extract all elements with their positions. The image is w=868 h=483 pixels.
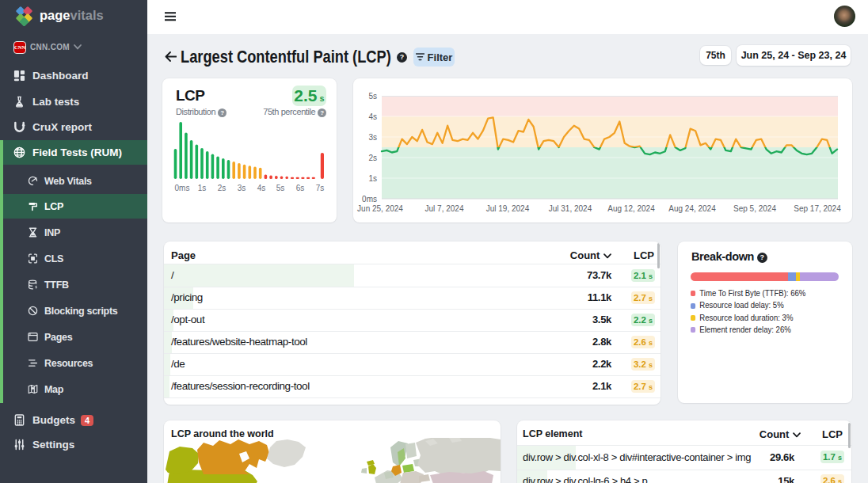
svg-text:Aug 12, 2024: Aug 12, 2024: [607, 204, 655, 213]
svg-text:4s: 4s: [368, 112, 377, 121]
svg-text:Jul 7, 2024: Jul 7, 2024: [425, 204, 464, 213]
svg-text:0ms: 0ms: [362, 195, 377, 203]
svg-text:1s: 1s: [198, 184, 207, 192]
svg-text:Jul 31, 2024: Jul 31, 2024: [549, 204, 592, 213]
svg-text:0ms: 0ms: [175, 184, 190, 192]
svg-text:2s: 2s: [218, 184, 227, 192]
svg-text:3s: 3s: [238, 184, 246, 192]
svg-text:Sep 17, 2024: Sep 17, 2024: [794, 204, 841, 213]
svg-text:4s: 4s: [257, 184, 266, 192]
svg-text:1s: 1s: [368, 174, 377, 183]
svg-text:Sep 5, 2024: Sep 5, 2024: [733, 204, 776, 213]
svg-text:Jun 25, 2024: Jun 25, 2024: [357, 204, 403, 213]
svg-text:Jul 19, 2024: Jul 19, 2024: [486, 204, 530, 213]
svg-text:5s: 5s: [276, 184, 285, 192]
svg-text:5s: 5s: [368, 92, 377, 101]
svg-text:7s: 7s: [316, 184, 325, 192]
svg-text:6s: 6s: [296, 184, 305, 192]
svg-text:2s: 2s: [368, 154, 377, 162]
svg-text:3s: 3s: [368, 133, 377, 142]
svg-text:Aug 24, 2024: Aug 24, 2024: [668, 204, 716, 213]
